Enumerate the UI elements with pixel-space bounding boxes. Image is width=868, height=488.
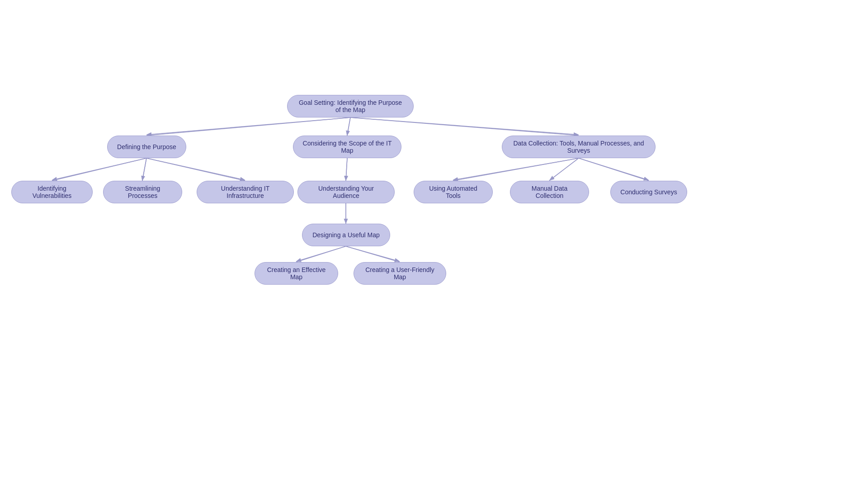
scope-node: Considering the Scope of the IT Map: [293, 136, 401, 158]
vulnerabilities-node: Identifying Vulnerabilities: [11, 181, 93, 203]
svg-line-14: [347, 117, 350, 135]
svg-line-6: [346, 158, 347, 181]
svg-line-5: [146, 158, 245, 181]
svg-line-13: [147, 117, 350, 135]
svg-line-2: [350, 117, 579, 136]
svg-line-9: [579, 158, 649, 181]
svg-line-21: [550, 158, 579, 180]
diagram-container: Goal Setting: Identifying the Purpose of…: [0, 0, 868, 488]
effective-node: Creating an Effective Map: [255, 262, 338, 285]
svg-line-19: [346, 158, 347, 180]
root-node: Goal Setting: Identifying the Purpose of…: [287, 95, 414, 117]
svg-line-25: [346, 246, 399, 261]
streamlining-node: Streamlining Processes: [103, 181, 182, 203]
svg-line-18: [146, 158, 244, 180]
svg-line-15: [350, 117, 578, 135]
svg-line-1: [347, 117, 350, 136]
designing-node: Designing a Useful Map: [302, 224, 390, 246]
svg-line-22: [579, 158, 648, 180]
audience-node: Understanding Your Audience: [297, 181, 395, 203]
svg-line-3: [52, 158, 146, 181]
manual-node: Manual Data Collection: [510, 181, 589, 203]
svg-line-17: [142, 158, 146, 180]
itinfra-node: Understanding IT Infrastructure: [197, 181, 294, 203]
svg-line-7: [453, 158, 579, 181]
surveys-node: Conducting Surveys: [610, 181, 687, 203]
connector-lines: [0, 0, 868, 488]
svg-line-24: [297, 246, 346, 261]
svg-line-12: [346, 246, 400, 262]
defining-node: Defining the Purpose: [107, 136, 186, 158]
userfriendly-node: Creating a User-Friendly Map: [354, 262, 446, 285]
svg-line-16: [53, 158, 146, 180]
svg-line-11: [296, 246, 346, 262]
automated-node: Using Automated Tools: [414, 181, 493, 203]
svg-line-0: [146, 117, 350, 136]
datacollection-node: Data Collection: Tools, Manual Processes…: [502, 136, 656, 158]
svg-line-4: [142, 158, 146, 181]
svg-line-20: [454, 158, 579, 180]
svg-line-8: [549, 158, 579, 181]
